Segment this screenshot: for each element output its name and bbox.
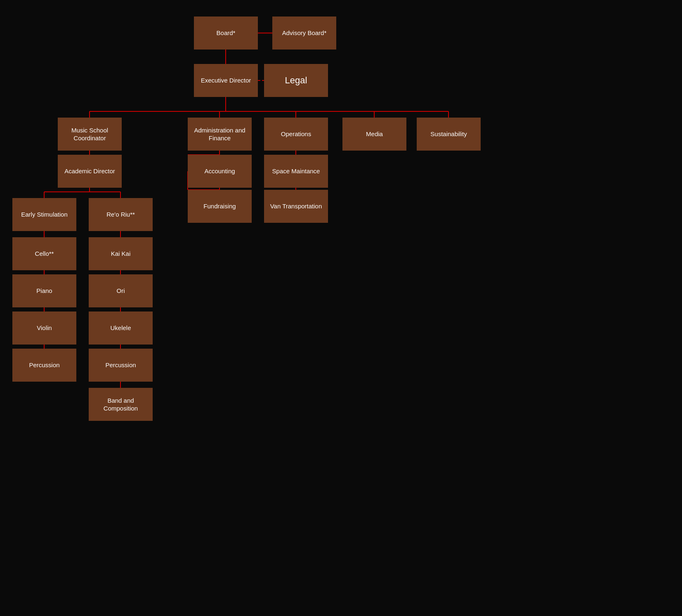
- org-chart: Board* Advisory Board* Executive Directo…: [0, 0, 682, 616]
- sustainability-node: Sustainability: [417, 118, 481, 151]
- kai-kai-node: Kai Kai: [89, 237, 153, 270]
- legal-node: Legal: [264, 64, 328, 97]
- accounting-node: Accounting: [188, 155, 252, 188]
- van-transportation-node: Van Transportation: [264, 190, 328, 223]
- violin-node: Violin: [12, 312, 76, 345]
- media-node: Media: [342, 118, 406, 151]
- early-stimulation-node: Early Stimulation: [12, 198, 76, 231]
- fundraising-node: Fundraising: [188, 190, 252, 223]
- executive-director-node: Executive Director: [194, 64, 258, 97]
- music-school-coord-node: Music School Coordinator: [58, 118, 122, 151]
- board-node: Board*: [194, 17, 258, 50]
- cello-node: Cello**: [12, 237, 76, 270]
- advisory-board-node: Advisory Board*: [272, 17, 336, 50]
- academic-director-node: Academic Director: [58, 155, 122, 188]
- connector-lines: [0, 0, 682, 616]
- piano-node: Piano: [12, 274, 76, 307]
- ori-node: Ori: [89, 274, 153, 307]
- space-maintance-node: Space Maintance: [264, 155, 328, 188]
- percussion-right-node: Percussion: [89, 349, 153, 382]
- reo-riu-node: Re'o Riu**: [89, 198, 153, 231]
- band-composition-node: Band and Composition: [89, 388, 153, 421]
- ukelele-node: Ukelele: [89, 312, 153, 345]
- admin-finance-node: Administration and Finance: [188, 118, 252, 151]
- operations-node: Operations: [264, 118, 328, 151]
- percussion-left-node: Percussion: [12, 349, 76, 382]
